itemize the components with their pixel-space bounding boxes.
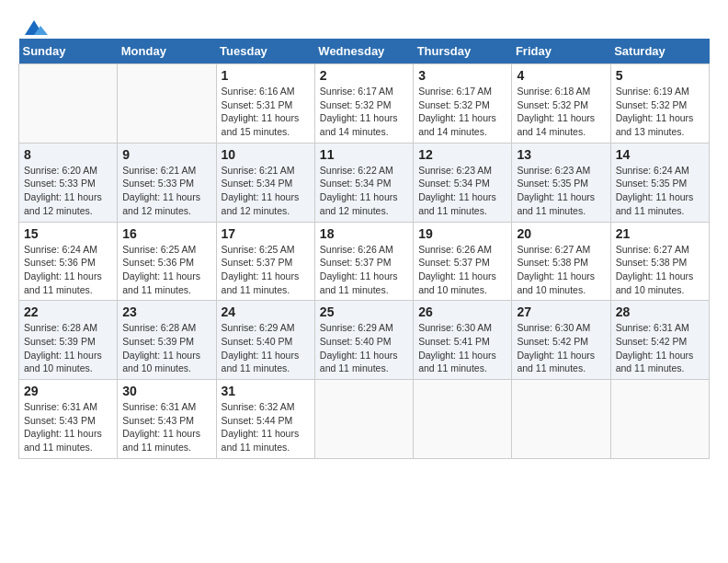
day-cell-19: 19Sunrise: 6:26 AM Sunset: 5:37 PM Dayli… (414, 222, 512, 301)
day-cell-20: 20Sunrise: 6:27 AM Sunset: 5:38 PM Dayli… (512, 222, 610, 301)
day-number: 2 (320, 68, 408, 83)
day-info: Sunrise: 6:25 AM Sunset: 5:37 PM Dayligh… (222, 243, 310, 297)
day-cell-4: 4Sunrise: 6:18 AM Sunset: 5:32 PM Daylig… (512, 64, 610, 144)
day-cell-9: 9Sunrise: 6:21 AM Sunset: 5:33 PM Daylig… (118, 143, 216, 222)
day-info: Sunrise: 6:31 AM Sunset: 5:42 PM Dayligh… (616, 321, 704, 375)
header-row: SundayMondayTuesdayWednesdayThursdayFrid… (19, 39, 710, 64)
day-cell-12: 12Sunrise: 6:23 AM Sunset: 5:34 PM Dayli… (414, 143, 512, 222)
day-cell-26: 26Sunrise: 6:30 AM Sunset: 5:41 PM Dayli… (414, 301, 512, 380)
day-info: Sunrise: 6:17 AM Sunset: 5:32 PM Dayligh… (418, 85, 506, 139)
col-header-saturday: Saturday (610, 39, 709, 64)
logo-icon (20, 18, 48, 37)
empty-cell (19, 64, 118, 144)
day-cell-15: 15Sunrise: 6:24 AM Sunset: 5:36 PM Dayli… (19, 222, 118, 301)
day-number: 8 (24, 147, 112, 162)
day-number: 15 (24, 226, 112, 241)
day-info: Sunrise: 6:26 AM Sunset: 5:37 PM Dayligh… (418, 243, 506, 297)
week-row-1: 1Sunrise: 6:16 AM Sunset: 5:31 PM Daylig… (19, 64, 710, 144)
day-info: Sunrise: 6:29 AM Sunset: 5:40 PM Dayligh… (222, 321, 310, 375)
day-number: 21 (616, 226, 704, 241)
calendar-table: SundayMondayTuesdayWednesdayThursdayFrid… (18, 39, 710, 459)
day-number: 10 (222, 147, 310, 162)
day-number: 3 (418, 68, 506, 83)
day-cell-28: 28Sunrise: 6:31 AM Sunset: 5:42 PM Dayli… (610, 301, 709, 380)
day-cell-10: 10Sunrise: 6:21 AM Sunset: 5:34 PM Dayli… (216, 143, 314, 222)
day-info: Sunrise: 6:16 AM Sunset: 5:31 PM Dayligh… (222, 85, 310, 139)
day-info: Sunrise: 6:21 AM Sunset: 5:33 PM Dayligh… (122, 164, 210, 218)
day-number: 23 (122, 304, 210, 319)
col-header-thursday: Thursday (414, 39, 512, 64)
day-number: 11 (320, 147, 408, 162)
day-info: Sunrise: 6:26 AM Sunset: 5:37 PM Dayligh… (320, 243, 408, 297)
day-cell-16: 16Sunrise: 6:25 AM Sunset: 5:36 PM Dayli… (118, 222, 216, 301)
day-info: Sunrise: 6:20 AM Sunset: 5:33 PM Dayligh… (24, 164, 112, 218)
day-number: 16 (122, 226, 210, 241)
empty-cell (610, 380, 709, 459)
day-cell-23: 23Sunrise: 6:28 AM Sunset: 5:39 PM Dayli… (118, 301, 216, 380)
day-info: Sunrise: 6:28 AM Sunset: 5:39 PM Dayligh… (122, 321, 210, 375)
day-cell-3: 3Sunrise: 6:17 AM Sunset: 5:32 PM Daylig… (414, 64, 512, 144)
week-row-3: 15Sunrise: 6:24 AM Sunset: 5:36 PM Dayli… (19, 222, 710, 301)
day-cell-21: 21Sunrise: 6:27 AM Sunset: 5:38 PM Dayli… (610, 222, 709, 301)
day-cell-29: 29Sunrise: 6:31 AM Sunset: 5:43 PM Dayli… (19, 380, 118, 459)
day-number: 29 (24, 384, 112, 398)
day-info: Sunrise: 6:23 AM Sunset: 5:35 PM Dayligh… (517, 164, 605, 218)
col-header-monday: Monday (118, 39, 216, 64)
day-cell-5: 5Sunrise: 6:19 AM Sunset: 5:32 PM Daylig… (610, 64, 709, 144)
day-number: 5 (616, 68, 704, 83)
day-number: 17 (222, 226, 310, 241)
day-info: Sunrise: 6:27 AM Sunset: 5:38 PM Dayligh… (517, 243, 605, 297)
day-number: 12 (418, 147, 506, 162)
day-info: Sunrise: 6:24 AM Sunset: 5:36 PM Dayligh… (24, 243, 112, 297)
day-number: 25 (320, 304, 408, 319)
day-cell-25: 25Sunrise: 6:29 AM Sunset: 5:40 PM Dayli… (314, 301, 413, 380)
day-number: 30 (122, 384, 210, 398)
day-number: 1 (222, 68, 310, 83)
day-cell-1: 1Sunrise: 6:16 AM Sunset: 5:31 PM Daylig… (216, 64, 314, 144)
day-info: Sunrise: 6:32 AM Sunset: 5:44 PM Dayligh… (222, 400, 310, 454)
day-cell-11: 11Sunrise: 6:22 AM Sunset: 5:34 PM Dayli… (314, 143, 413, 222)
day-cell-18: 18Sunrise: 6:26 AM Sunset: 5:37 PM Dayli… (314, 222, 413, 301)
day-cell-8: 8Sunrise: 6:20 AM Sunset: 5:33 PM Daylig… (19, 143, 118, 222)
week-row-5: 29Sunrise: 6:31 AM Sunset: 5:43 PM Dayli… (19, 380, 710, 459)
day-number: 26 (418, 304, 506, 319)
col-header-friday: Friday (512, 39, 610, 64)
day-cell-31: 31Sunrise: 6:32 AM Sunset: 5:44 PM Dayli… (216, 380, 314, 459)
day-info: Sunrise: 6:24 AM Sunset: 5:35 PM Dayligh… (616, 164, 704, 218)
day-number: 14 (616, 147, 704, 162)
col-header-wednesday: Wednesday (314, 39, 413, 64)
day-info: Sunrise: 6:23 AM Sunset: 5:34 PM Dayligh… (418, 164, 506, 218)
day-cell-2: 2Sunrise: 6:17 AM Sunset: 5:32 PM Daylig… (314, 64, 413, 144)
day-number: 18 (320, 226, 408, 241)
day-number: 19 (418, 226, 506, 241)
empty-cell (414, 380, 512, 459)
day-cell-13: 13Sunrise: 6:23 AM Sunset: 5:35 PM Dayli… (512, 143, 610, 222)
day-number: 27 (517, 304, 605, 319)
day-info: Sunrise: 6:21 AM Sunset: 5:34 PM Dayligh… (222, 164, 310, 218)
day-info: Sunrise: 6:31 AM Sunset: 5:43 PM Dayligh… (24, 400, 112, 454)
day-cell-27: 27Sunrise: 6:30 AM Sunset: 5:42 PM Dayli… (512, 301, 610, 380)
col-header-sunday: Sunday (19, 39, 118, 64)
day-cell-17: 17Sunrise: 6:25 AM Sunset: 5:37 PM Dayli… (216, 222, 314, 301)
day-info: Sunrise: 6:18 AM Sunset: 5:32 PM Dayligh… (517, 85, 605, 139)
day-cell-14: 14Sunrise: 6:24 AM Sunset: 5:35 PM Dayli… (610, 143, 709, 222)
col-header-tuesday: Tuesday (216, 39, 314, 64)
logo (18, 18, 48, 29)
day-number: 24 (222, 304, 310, 319)
day-info: Sunrise: 6:19 AM Sunset: 5:32 PM Dayligh… (616, 85, 704, 139)
day-cell-24: 24Sunrise: 6:29 AM Sunset: 5:40 PM Dayli… (216, 301, 314, 380)
day-info: Sunrise: 6:28 AM Sunset: 5:39 PM Dayligh… (24, 321, 112, 375)
day-info: Sunrise: 6:27 AM Sunset: 5:38 PM Dayligh… (616, 243, 704, 297)
empty-cell (118, 64, 216, 144)
day-cell-30: 30Sunrise: 6:31 AM Sunset: 5:43 PM Dayli… (118, 380, 216, 459)
empty-cell (314, 380, 413, 459)
day-info: Sunrise: 6:31 AM Sunset: 5:43 PM Dayligh… (122, 400, 210, 454)
empty-cell (512, 380, 610, 459)
day-info: Sunrise: 6:25 AM Sunset: 5:36 PM Dayligh… (122, 243, 210, 297)
day-cell-22: 22Sunrise: 6:28 AM Sunset: 5:39 PM Dayli… (19, 301, 118, 380)
day-number: 9 (122, 147, 210, 162)
day-number: 13 (517, 147, 605, 162)
day-number: 4 (517, 68, 605, 83)
week-row-4: 22Sunrise: 6:28 AM Sunset: 5:39 PM Dayli… (19, 301, 710, 380)
week-row-2: 8Sunrise: 6:20 AM Sunset: 5:33 PM Daylig… (19, 143, 710, 222)
